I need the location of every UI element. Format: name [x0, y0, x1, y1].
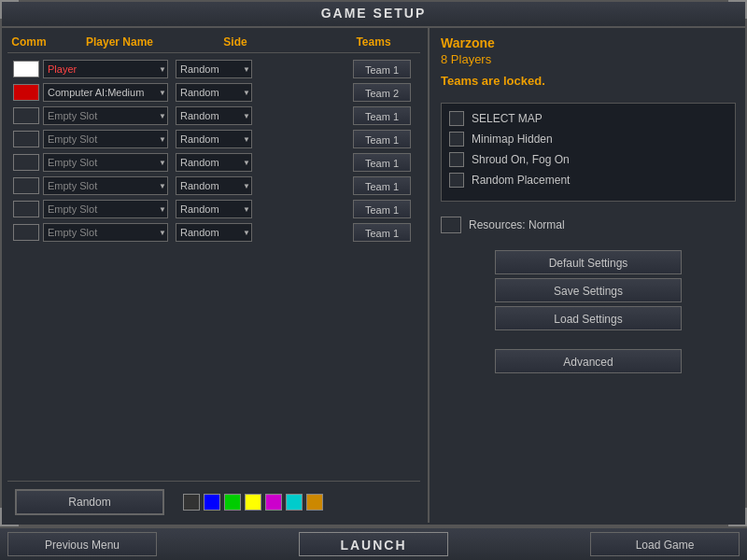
title-bar: GAME SETUP [0, 0, 747, 28]
side-dropdown-wrapper: Random▼ [168, 153, 252, 172]
team-button[interactable]: Team 1 [353, 200, 411, 218]
player-name-dropdown-wrapper: Empty Slot▼ [43, 130, 168, 148]
team-button[interactable]: Team 1 [353, 60, 411, 78]
col-header-side: Side [189, 35, 282, 49]
player-name-dropdown[interactable]: Empty Slot [43, 106, 168, 125]
color-swatches [183, 494, 323, 511]
side-dropdown[interactable]: Random [176, 130, 252, 148]
right-buttons: Default Settings Save Settings Load Sett… [441, 250, 736, 373]
comm-color-box[interactable] [13, 177, 39, 194]
color-swatch-0[interactable] [183, 494, 200, 511]
team-button[interactable]: Team 2 [353, 83, 411, 102]
side-dropdown[interactable]: Random [176, 223, 252, 242]
option-checkbox-minimap_hidden[interactable] [449, 132, 464, 147]
team-button[interactable]: Team 1 [353, 176, 411, 195]
right-panel: Warzone 8 Players Teams are locked. SELE… [430, 28, 747, 523]
player-name-dropdown[interactable]: Computer AI:Medium [43, 83, 168, 102]
color-swatch-2[interactable] [224, 494, 241, 511]
player-count: 8 Players [441, 52, 736, 66]
option-row: Shroud On, Fog On [449, 152, 727, 167]
options-panel: SELECT MAPMinimap HiddenShroud On, Fog O… [441, 103, 736, 202]
team-button[interactable]: Team 1 [353, 153, 411, 172]
resources-row: Resources: Normal [441, 217, 736, 233]
table-row: Empty Slot▼Random▼Team 1 [7, 199, 420, 219]
color-swatch-3[interactable] [245, 494, 261, 511]
col-header-comm: Comm [7, 35, 50, 49]
player-name-dropdown-wrapper: Player▼ [43, 60, 168, 78]
color-swatch-1[interactable] [204, 494, 220, 511]
side-dropdown-wrapper: Random▼ [168, 60, 252, 78]
color-swatch-6[interactable] [306, 494, 323, 511]
option-label-select_map[interactable]: SELECT MAP [472, 112, 543, 125]
comm-color-box[interactable] [13, 61, 39, 77]
comm-color-box[interactable] [13, 131, 39, 147]
player-name-dropdown[interactable]: Empty Slot [43, 223, 168, 242]
player-name-dropdown-wrapper: Empty Slot▼ [43, 176, 168, 195]
side-dropdown[interactable]: Random [176, 83, 252, 102]
option-row: SELECT MAP [449, 111, 727, 126]
option-label-shroud_fog[interactable]: Shroud On, Fog On [472, 153, 570, 166]
game-info: Warzone 8 Players Teams are locked. [441, 35, 736, 88]
game-type: Warzone [441, 35, 736, 50]
side-dropdown-wrapper: Random▼ [168, 200, 252, 218]
table-row: Empty Slot▼Random▼Team 1 [7, 222, 420, 243]
previous-menu-button[interactable]: Previous Menu [7, 532, 157, 556]
player-name-dropdown-wrapper: Empty Slot▼ [43, 223, 168, 242]
side-dropdown-wrapper: Random▼ [168, 223, 252, 242]
teams-status: Teams are locked. [441, 74, 736, 88]
side-dropdown[interactable]: Random [176, 153, 252, 172]
player-name-dropdown[interactable]: Empty Slot [43, 176, 168, 195]
option-row: Minimap Hidden [449, 132, 727, 147]
player-name-dropdown[interactable]: Player [43, 60, 168, 78]
save-settings-button[interactable]: Save Settings [495, 278, 682, 302]
team-button[interactable]: Team 1 [353, 106, 411, 125]
option-checkbox-select_map[interactable] [449, 111, 464, 126]
side-dropdown-wrapper: Random▼ [168, 83, 252, 102]
comm-color-box[interactable] [13, 107, 39, 124]
left-panel: Comm Player Name Side Teams Player▼Rando… [0, 28, 430, 523]
resources-checkbox[interactable] [441, 217, 461, 233]
comm-color-box[interactable] [13, 201, 39, 217]
load-settings-button[interactable]: Load Settings [495, 306, 682, 330]
player-name-dropdown-wrapper: Computer AI:Medium▼ [43, 83, 168, 102]
player-rows-container: Player▼Random▼Team 1Computer AI:Medium▼R… [7, 59, 420, 243]
resources-label: Resources: Normal [469, 218, 565, 231]
color-swatch-5[interactable] [286, 494, 303, 511]
player-name-dropdown-wrapper: Empty Slot▼ [43, 106, 168, 125]
table-row: Empty Slot▼Random▼Team 1 [7, 105, 420, 126]
random-button[interactable]: Random [15, 489, 164, 515]
option-label-minimap_hidden[interactable]: Minimap Hidden [472, 133, 553, 146]
player-name-dropdown-wrapper: Empty Slot▼ [43, 153, 168, 172]
team-button[interactable]: Team 1 [353, 223, 411, 242]
option-label-random_placement[interactable]: Random Placement [472, 174, 570, 187]
table-row: Empty Slot▼Random▼Team 1 [7, 129, 420, 149]
advanced-button[interactable]: Advanced [495, 349, 682, 373]
table-row: Computer AI:Medium▼Random▼Team 2 [7, 82, 420, 103]
comm-color-box[interactable] [13, 84, 39, 101]
side-dropdown[interactable]: Random [176, 176, 252, 195]
player-name-dropdown[interactable]: Empty Slot [43, 200, 168, 218]
color-swatch-4[interactable] [265, 494, 282, 511]
player-table: Comm Player Name Side Teams Player▼Rando… [7, 35, 420, 471]
option-checkbox-random_placement[interactable] [449, 173, 464, 188]
comm-color-box[interactable] [13, 154, 39, 171]
table-header: Comm Player Name Side Teams [7, 35, 420, 53]
side-dropdown[interactable]: Random [176, 106, 252, 125]
option-row: Random Placement [449, 173, 727, 188]
side-dropdown[interactable]: Random [176, 60, 252, 78]
launch-button[interactable]: LAUNCH [299, 532, 448, 556]
left-bottom: Random [7, 481, 420, 515]
side-dropdown-wrapper: Random▼ [168, 130, 252, 148]
option-checkbox-shroud_fog[interactable] [449, 152, 464, 167]
team-button[interactable]: Team 1 [353, 130, 411, 148]
page-title: GAME SETUP [321, 6, 427, 21]
col-header-teams: Teams [336, 35, 411, 49]
player-name-dropdown[interactable]: Empty Slot [43, 130, 168, 148]
load-game-button[interactable]: Load Game [590, 532, 740, 556]
player-name-dropdown[interactable]: Empty Slot [43, 153, 168, 172]
side-dropdown-wrapper: Random▼ [168, 176, 252, 195]
side-dropdown[interactable]: Random [176, 200, 252, 218]
comm-color-box[interactable] [13, 224, 39, 241]
default-settings-button[interactable]: Default Settings [495, 250, 682, 274]
table-row: Player▼Random▼Team 1 [7, 59, 420, 79]
